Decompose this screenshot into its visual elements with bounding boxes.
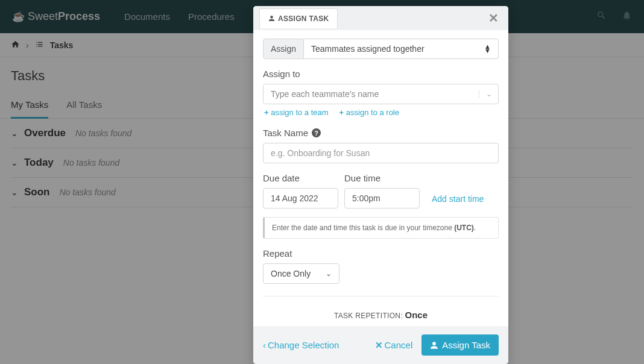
due-date-input[interactable]	[263, 188, 338, 209]
help-icon[interactable]: ?	[312, 128, 321, 137]
assign-to-placeholder: Type each teammate's name	[264, 89, 479, 99]
sort-icon: ▲▼	[484, 45, 491, 53]
due-date-label: Due date	[263, 173, 338, 183]
assign-task-modal: ASSIGN TASK ✕ Assign Teammates assigned …	[253, 6, 508, 364]
person-icon	[268, 15, 275, 22]
assign-to-team-link[interactable]: + assign to a team	[264, 108, 329, 117]
modal-body: Assign Teammates assigned together ▲▼ As…	[253, 30, 508, 326]
assign-to-label: Assign to	[263, 69, 499, 79]
assign-mode-select[interactable]: Assign Teammates assigned together ▲▼	[263, 39, 499, 59]
add-start-time-link[interactable]: Add start time	[432, 194, 484, 204]
close-icon[interactable]: ✕	[485, 11, 502, 25]
assign-to-input[interactable]: Type each teammate's name ⌄	[263, 84, 499, 104]
assign-mode-label: Assign	[264, 39, 304, 58]
change-selection-button[interactable]: ‹ Change Selection	[263, 340, 339, 350]
assign-mode-value: Teammates assigned together	[311, 44, 425, 54]
modal-footer: ‹ Change Selection ✕ Cancel Assign Task	[253, 326, 508, 364]
due-time-input[interactable]	[344, 188, 420, 209]
due-row: Due date Due time Add start time	[263, 173, 499, 209]
task-repetition-summary: TASK REPETITION: Once	[263, 297, 499, 326]
repeat-value: Once Only	[271, 269, 311, 278]
chevron-left-icon: ‹	[263, 340, 266, 350]
repeat-label: Repeat	[263, 248, 499, 259]
task-name-label: Task Name ?	[263, 128, 499, 138]
close-icon: ✕	[375, 340, 383, 351]
timezone-note: Enter the date and time this task is due…	[263, 217, 499, 239]
task-name-input[interactable]	[263, 143, 499, 163]
chevron-down-icon: ⌄	[479, 90, 498, 98]
due-time-label: Due time	[344, 173, 420, 183]
repeat-select[interactable]: Once Only ⌄	[263, 263, 339, 284]
assign-shortcuts: + assign to a team + assign to a role	[263, 104, 499, 128]
cancel-button[interactable]: ✕ Cancel	[375, 340, 413, 351]
modal-tab-assign-task[interactable]: ASSIGN TASK	[259, 8, 338, 28]
chevron-down-icon: ⌄	[326, 269, 332, 278]
assign-task-button[interactable]: Assign Task	[421, 334, 499, 356]
modal-tab-label: ASSIGN TASK	[278, 14, 329, 23]
assign-to-role-link[interactable]: + assign to a role	[339, 108, 399, 117]
modal-header: ASSIGN TASK ✕	[253, 6, 508, 30]
person-icon	[430, 341, 438, 350]
